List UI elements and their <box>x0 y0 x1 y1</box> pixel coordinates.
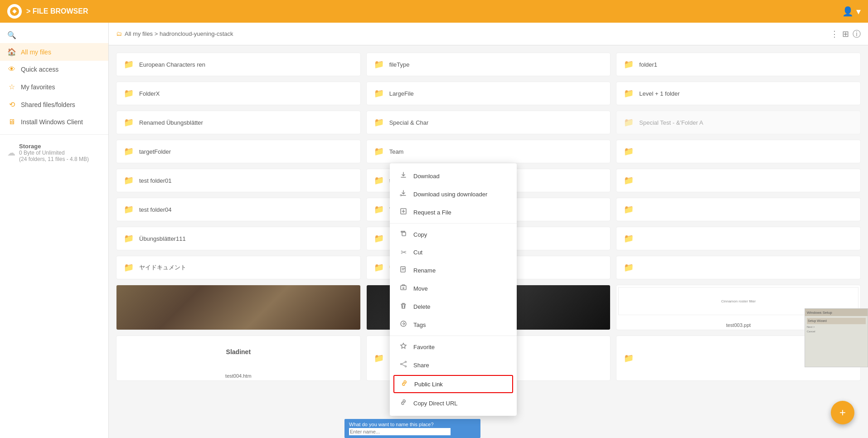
folder-name: Übungsblätter111 <box>139 235 186 242</box>
folder-icon: 📁 <box>374 175 384 185</box>
folder-empty-2[interactable]: 📁 <box>616 169 861 192</box>
folder-name: test folder04 <box>139 206 172 213</box>
thumbnail-room[interactable] <box>116 285 361 330</box>
folder-team[interactable]: 📁 Team <box>366 140 611 163</box>
context-divider-1 <box>390 223 517 224</box>
copy-url-icon <box>399 399 408 408</box>
folder-icon: 📁 <box>624 234 634 243</box>
context-request-file[interactable]: Request a File <box>390 203 517 221</box>
sidebar: 🔍 🏠 All my files 👁 Quick access ☆ My fav… <box>0 23 109 438</box>
sidebar-label-install-windows: Install Windows Client <box>21 118 83 126</box>
context-label: Rename <box>413 267 436 274</box>
public-link-icon <box>400 380 409 389</box>
context-cut[interactable]: ✂ Cut <box>390 243 517 261</box>
folder-japanese[interactable]: 📁 ヤイドキュメント <box>116 256 361 279</box>
folder-icon: 📁 <box>624 175 634 185</box>
cut-icon: ✂ <box>399 248 408 257</box>
context-label: Cut <box>413 249 422 256</box>
folder-special-char[interactable]: 📁 Special & Char <box>366 111 611 134</box>
folder-icon: 📁 <box>374 117 384 127</box>
sidebar-divider <box>0 134 108 135</box>
sidebar-item-my-favorites[interactable]: ☆ My favorites <box>0 78 108 96</box>
svg-point-10 <box>401 364 402 365</box>
folder-name: test folder01 <box>139 177 172 184</box>
sidebar-label-shared-files: Shared files/folders <box>21 101 75 108</box>
folder-icon: 📁 <box>624 263 634 273</box>
folder-test01[interactable]: 📁 test folder01 <box>116 169 361 192</box>
folder-icon: 📁 <box>624 146 634 156</box>
folder-empty-1[interactable]: 📁 <box>616 140 861 163</box>
more-icon[interactable]: ⋮ <box>830 29 839 39</box>
folder-icon: 📁 <box>624 117 634 127</box>
info-icon[interactable]: ⓘ <box>853 29 861 39</box>
user-icon[interactable]: 👤 ▾ <box>842 6 861 17</box>
eye-icon: 👁 <box>7 65 16 73</box>
fab-button[interactable]: + <box>831 401 854 424</box>
folder-icon: 📁 <box>374 234 384 243</box>
request-file-icon <box>399 208 408 217</box>
right-thumb-panel: Windows Setup Setup Wizard Next > Cancel <box>805 308 868 367</box>
context-divider-2 <box>390 336 517 336</box>
file-label-htm: test004.htm <box>225 373 251 379</box>
share-icon <box>399 360 408 370</box>
dialog-text: What do you want to name this place? <box>349 422 434 427</box>
sidebar-item-all-my-files[interactable]: 🏠 All my files <box>0 43 108 61</box>
windows-icon: 🖥 <box>7 118 16 126</box>
folder-empty-5[interactable]: 📁 <box>616 256 861 279</box>
breadcrumb-icon: 🗂 <box>116 30 122 37</box>
share-icon: ⟲ <box>7 100 16 109</box>
context-move[interactable]: Move <box>390 279 517 297</box>
folder-name: folder1 <box>639 61 657 68</box>
folder-name: Level + 1 folder <box>639 90 679 97</box>
folder-icon: 📁 <box>124 117 134 127</box>
search-icon: 🔍 <box>7 31 16 39</box>
folder-european-chars[interactable]: 📁 European Characters ren <box>116 53 361 76</box>
sidebar-item-install-windows[interactable]: 🖥 Install Windows Client <box>0 113 108 131</box>
context-rename[interactable]: Rename <box>390 261 517 279</box>
download-downloader-icon <box>399 190 408 199</box>
favorite-icon <box>399 342 408 351</box>
folder-empty-3[interactable]: 📁 <box>616 198 861 221</box>
folder-ubungsblatter[interactable]: 📁 Übungsblätter111 <box>116 227 361 250</box>
context-download[interactable]: Download <box>390 167 517 185</box>
folder-filetype[interactable]: 📁 fileType <box>366 53 611 76</box>
svg-rect-5 <box>401 267 405 272</box>
search-bar[interactable]: 🔍 <box>0 27 108 43</box>
fab-icon: + <box>839 407 846 418</box>
grid-icon[interactable]: ⊞ <box>842 29 849 39</box>
bottom-dialog: What do you want to name this place? <box>344 419 480 438</box>
folder-name: LargeFile <box>389 90 414 97</box>
context-copy[interactable]: Copy <box>390 225 517 243</box>
folder-target[interactable]: 📁 targetFolder <box>116 140 361 163</box>
star-icon: ☆ <box>7 83 16 91</box>
folder-level1[interactable]: 📁 Level + 1 folder <box>616 82 861 105</box>
context-public-link[interactable]: Public Link <box>393 375 513 393</box>
context-share[interactable]: Share <box>390 356 517 374</box>
folder-icon: 📁 <box>624 204 634 214</box>
sidebar-item-shared-files[interactable]: ⟲ Shared files/folders <box>0 96 108 113</box>
context-delete[interactable]: Delete <box>390 297 517 316</box>
folder-renamed[interactable]: 📁 Renamed Übungsblätter <box>116 111 361 134</box>
context-favorite[interactable]: Favorite <box>390 338 517 356</box>
sidebar-item-quick-access[interactable]: 👁 Quick access <box>0 61 108 78</box>
folder-icon: 📁 <box>374 146 384 156</box>
folder-name: ヤイドキュメント <box>139 263 186 272</box>
folder-special-test[interactable]: 📁 Special Test - &'Folder A <box>616 111 861 134</box>
folder-test04[interactable]: 📁 test folder04 <box>116 198 361 221</box>
sidebar-label-quick-access: Quick access <box>21 66 58 73</box>
breadcrumb-path: All my files > hadroncloud-yuening-cstac… <box>125 30 233 37</box>
context-copy-direct-url[interactable]: Copy Direct URL <box>390 394 517 412</box>
thumbnail-sladinet[interactable]: Sladinet test004.htm <box>116 336 361 381</box>
context-download-downloader[interactable]: Download using downloader <box>390 185 517 203</box>
folder-largefile[interactable]: 📁 LargeFile <box>366 82 611 105</box>
folder-name: fileType <box>389 61 410 68</box>
folder-folderx[interactable]: 📁 FolderX <box>116 82 361 105</box>
dialog-input[interactable] <box>349 428 451 435</box>
folder-folder1[interactable]: 📁 folder1 <box>616 53 861 76</box>
move-icon <box>399 284 408 293</box>
breadcrumb: 🗂 All my files > hadroncloud-yuening-cst… <box>116 30 233 37</box>
folder-empty-4[interactable]: 📁 <box>616 227 861 250</box>
folder-icon: 📁 <box>624 59 634 69</box>
folder-icon: 📁 <box>374 88 384 98</box>
context-tags[interactable]: Tags <box>390 316 517 334</box>
